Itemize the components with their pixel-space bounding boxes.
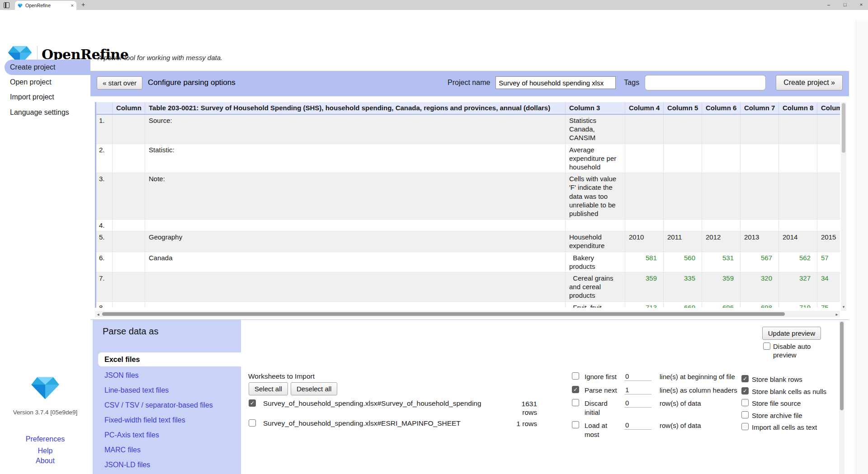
column-header-5: Column 5 (664, 102, 702, 114)
format-rdf-n3[interactable]: RDF/N3 files (93, 472, 241, 474)
page-scroll-thumb[interactable] (840, 322, 844, 410)
tab-close-icon[interactable]: × (71, 3, 74, 8)
ignore-first-checkbox[interactable] (572, 372, 579, 380)
start-over-button[interactable]: « start over (97, 76, 142, 89)
table-header-row: Column Table 203-0021: Survey of Househo… (96, 102, 840, 115)
worksheet-checkbox[interactable] (249, 419, 256, 427)
project-name-input[interactable] (495, 76, 616, 89)
worksheets-label: Worksheets to Import (248, 372, 315, 380)
table-row: 3. Note: Cells with value 'F' indicate t… (96, 173, 840, 220)
openrefine-favicon (18, 3, 23, 8)
row-options-column: Ignore first line(s) at beginning of fil… (572, 372, 766, 443)
tab-title: OpenRefine (25, 3, 68, 8)
format-fixed-width[interactable]: Fixed-width field text files (93, 413, 241, 427)
table-row: 1. Source: Statistics Canada, CANSIM (96, 115, 840, 144)
window-close-button[interactable]: × (854, 2, 868, 7)
option-import-all-text: Import all cells as text (741, 423, 834, 432)
worksheet-name: Survey_of_household_spending.xlsx#ESRI_M… (263, 419, 507, 427)
help-link[interactable]: Help (0, 447, 90, 455)
window-maximize-button[interactable]: □ (838, 2, 852, 7)
table-vertical-scrollbar[interactable]: ▾ (841, 102, 846, 311)
column-header-main: Table 203-0021: Survey of Household Spen… (145, 102, 566, 114)
screen: OpenRefine × + – □ × ← ⟳ ⓘ 127.0.0.1:333… (0, 0, 868, 474)
import-all-text-checkbox[interactable] (741, 423, 749, 430)
column-header-8: Column 8 (779, 102, 817, 114)
sidebar-item-create-project[interactable]: Create project (10, 60, 56, 75)
format-marc[interactable]: MARC files (93, 442, 241, 457)
format-line-based[interactable]: Line-based text files (93, 383, 241, 398)
worksheet-rowcount: 1631 rows (511, 399, 537, 417)
scroll-left-icon[interactable]: ◂ (95, 312, 101, 317)
option-ignore-first: Ignore first line(s) at beginning of fil… (572, 372, 766, 381)
create-project-button[interactable]: Create project » (776, 75, 843, 90)
project-name-label: Project name (448, 79, 490, 87)
parse-panel-title: Parse data as (103, 326, 158, 337)
parsing-options-section: Parse data as Excel files JSON files Lin… (90, 320, 849, 474)
select-all-button[interactable]: Select all (249, 382, 288, 395)
worksheet-name: Survey_of_household_spending.xlsx#Survey… (263, 399, 507, 408)
column-header-3: Column 3 (566, 102, 625, 114)
tab-actions-icon[interactable] (4, 2, 9, 8)
preview-table: Column Table 203-0021: Survey of Househo… (95, 102, 840, 308)
disable-auto-preview-option[interactable]: Disable auto preview (763, 343, 820, 360)
update-preview-button[interactable]: Update preview (762, 327, 821, 340)
option-store-file-source: Store file source (741, 399, 834, 408)
disable-auto-preview-checkbox[interactable] (763, 343, 770, 350)
parse-next-input[interactable] (624, 386, 651, 394)
table-row: 6. Canada Bakery products 581 560 531 56… (96, 252, 840, 272)
sidebar-item-language-settings[interactable]: Language settings (10, 105, 69, 120)
browser-tab[interactable]: OpenRefine × (15, 1, 76, 10)
browser-tab-strip: OpenRefine × + – □ × (0, 0, 868, 10)
window-minimize-button[interactable]: – (822, 2, 835, 7)
option-discard-initial: Discard initial row(s) of data (572, 399, 766, 417)
footer-logo (31, 376, 60, 400)
store-blank-rows-checkbox[interactable]: ✓ (741, 375, 749, 382)
ignore-first-input[interactable] (624, 372, 651, 381)
sidebar-item-import-project[interactable]: Import project (10, 89, 54, 105)
app-tagline: A power tool for working with messy data… (98, 54, 222, 61)
about-link[interactable]: About (0, 457, 90, 465)
worksheet-rowcount: 1 rows (511, 419, 537, 428)
tags-input[interactable] (645, 75, 766, 90)
option-store-blank-cells: ✓ Store blank cells as nulls (741, 387, 834, 396)
sidebar-item-open-project[interactable]: Open project (10, 75, 52, 90)
worksheet-item: Survey_of_household_spending.xlsx#ESRI_M… (249, 419, 537, 428)
store-blank-cells-checkbox[interactable]: ✓ (741, 387, 749, 394)
deselect-all-button[interactable]: Deselect all (291, 382, 338, 395)
tags-label: Tags (624, 79, 639, 87)
table-horizontal-scrollbar[interactable]: ◂ ▸ (95, 311, 840, 317)
topbar-title: Configure parsing options (148, 78, 236, 87)
store-archive-file-checkbox[interactable] (741, 411, 749, 418)
parse-next-checkbox[interactable]: ✓ (572, 386, 579, 393)
page-vertical-scrollbar[interactable] (839, 321, 844, 474)
parsing-topbar: « start over Configure parsing options P… (90, 71, 849, 94)
table-row: 5. Geography Household expenditure 2010 … (96, 231, 840, 252)
discard-initial-input[interactable] (624, 399, 651, 408)
new-tab-button[interactable]: + (81, 1, 85, 8)
parse-data-as-panel: Parse data as Excel files JSON files Lin… (93, 320, 241, 474)
column-header-9: Column 9 (817, 102, 840, 114)
column-header-4: Column 4 (625, 102, 664, 114)
worksheet-checkbox[interactable]: ✓ (249, 399, 256, 407)
format-excel-files[interactable]: Excel files (98, 352, 241, 366)
vertical-scroll-thumb[interactable] (842, 103, 845, 153)
data-preview-area: Column Table 203-0021: Survey of Househo… (90, 96, 849, 319)
store-file-source-checkbox[interactable] (741, 399, 749, 406)
create-project-content: « start over Configure parsing options P… (90, 71, 849, 474)
scroll-down-icon[interactable]: ▾ (841, 305, 846, 309)
store-options-column: ✓ Store blank rows ✓ Store blank cells a… (741, 375, 834, 435)
scroll-right-icon[interactable]: ▸ (834, 312, 840, 317)
load-at-most-input[interactable] (624, 421, 651, 430)
preferences-link[interactable]: Preferences (0, 435, 90, 443)
load-at-most-checkbox[interactable] (572, 421, 579, 428)
openrefine-page: OpenRefine A power tool for working with… (0, 20, 856, 474)
format-csv-tsv[interactable]: CSV / TSV / separator-based files (93, 398, 241, 413)
worksheet-item: ✓ Survey_of_household_spending.xlsx#Surv… (249, 399, 537, 417)
discard-initial-checkbox[interactable] (572, 399, 579, 406)
disable-auto-preview-label: Disable auto preview (773, 343, 820, 360)
format-json-ld[interactable]: JSON-LD files (93, 457, 241, 472)
format-pc-axis[interactable]: PC-Axis text files (93, 427, 241, 442)
column-header: Column (113, 102, 145, 114)
format-json-files[interactable]: JSON files (93, 368, 241, 383)
horizontal-scroll-thumb[interactable] (102, 312, 785, 316)
